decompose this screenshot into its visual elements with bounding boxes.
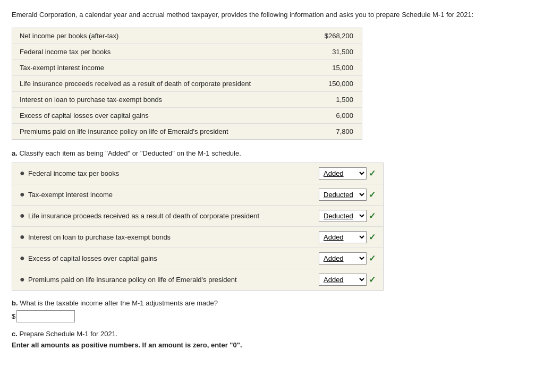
classify-label-1: Tax-exempt interest income [28, 191, 312, 199]
data-table-label-3: Life insurance proceeds received as a re… [12, 75, 308, 91]
classify-select-0[interactable]: AddedDeducted [319, 167, 367, 180]
classify-label-4: Excess of capital losses over capital ga… [28, 254, 312, 262]
classify-select-4[interactable]: AddedDeducted [319, 252, 367, 265]
classify-row-3: ●Interest on loan to purchase tax-exempt… [12, 227, 383, 248]
classify-row-5: ●Premiums paid on life insurance policy … [12, 269, 383, 290]
data-table-label-1: Federal income tax per books [12, 44, 308, 59]
data-table-label-4: Interest on loan to purchase tax-exempt … [12, 91, 308, 107]
check-icon-1: ✓ [369, 190, 376, 200]
part-b-letter: b. [12, 299, 18, 307]
part-c-label: c. Prepare Schedule M-1 for 2021. [12, 330, 532, 338]
part-c-letter: c. [12, 330, 18, 338]
part-c-instruction: Prepare Schedule M-1 for 2021. [19, 330, 117, 338]
part-a-label: a. [12, 149, 18, 157]
data-table-value-2: 15,000 [308, 59, 362, 75]
bullet-1: ● [20, 190, 28, 199]
enter-note: Enter all amounts as positive numbers. I… [12, 341, 532, 349]
part-b-section: b. What is the taxable income after the … [12, 299, 532, 322]
bullet-0: ● [20, 169, 28, 177]
taxable-income-input-wrap: $ [12, 310, 532, 322]
classify-select-2[interactable]: AddedDeducted [319, 210, 367, 222]
intro-text: Emerald Corporation, a calendar year and… [12, 10, 532, 20]
classify-label-2: Life insurance proceeds received as a re… [28, 212, 312, 220]
check-icon-0: ✓ [369, 168, 376, 178]
bullet-5: ● [20, 275, 28, 284]
part-a-instruction: Classify each item as being "Added" or "… [19, 149, 241, 157]
classify-select-3[interactable]: AddedDeducted [319, 231, 367, 243]
check-icon-5: ✓ [369, 275, 376, 285]
check-icon-3: ✓ [369, 232, 376, 242]
bullet-3: ● [20, 233, 28, 241]
classify-label-5: Premiums paid on life insurance policy o… [28, 276, 312, 284]
check-icon-4: ✓ [369, 253, 376, 263]
bullet-4: ● [20, 254, 28, 262]
classify-label-0: Federal income tax per books [28, 169, 312, 177]
data-table-value-5: 6,000 [308, 107, 362, 123]
data-table-value-0: $268,200 [308, 28, 362, 44]
bullet-2: ● [20, 211, 28, 220]
classify-select-5[interactable]: AddedDeducted [319, 274, 367, 286]
data-table-label-6: Premiums paid on life insurance policy o… [12, 123, 308, 139]
data-table-value-1: 31,500 [308, 44, 362, 59]
classify-label-3: Interest on loan to purchase tax-exempt … [28, 233, 312, 241]
classify-row-2: ●Life insurance proceeds received as a r… [12, 206, 383, 227]
classify-table: ●Federal income tax per booksAddedDeduct… [12, 163, 384, 291]
data-table-label-5: Excess of capital losses over capital ga… [12, 107, 308, 123]
taxable-income-input[interactable] [16, 310, 75, 322]
data-table-value-4: 1,500 [308, 91, 362, 107]
classify-row-0: ●Federal income tax per booksAddedDeduct… [12, 163, 383, 184]
data-table-label-2: Tax-exempt interest income [12, 59, 308, 75]
data-table-value-6: 7,800 [308, 123, 362, 139]
data-table-label-0: Net income per books (after-tax) [12, 28, 308, 44]
classify-row-4: ●Excess of capital losses over capital g… [12, 248, 383, 269]
classify-row-1: ●Tax-exempt interest incomeAddedDeducted… [12, 184, 383, 206]
data-table-value-3: 150,000 [308, 75, 362, 91]
dollar-sign: $ [12, 312, 15, 320]
data-table: Net income per books (after-tax)$268,200… [12, 28, 362, 140]
classify-select-1[interactable]: AddedDeducted [319, 189, 367, 201]
check-icon-2: ✓ [369, 211, 376, 221]
part-b-instruction: What is the taxable income after the M-1… [20, 299, 218, 307]
part-b-label: b. What is the taxable income after the … [12, 299, 532, 307]
part-a-header: a. Classify each item as being "Added" o… [12, 149, 532, 157]
